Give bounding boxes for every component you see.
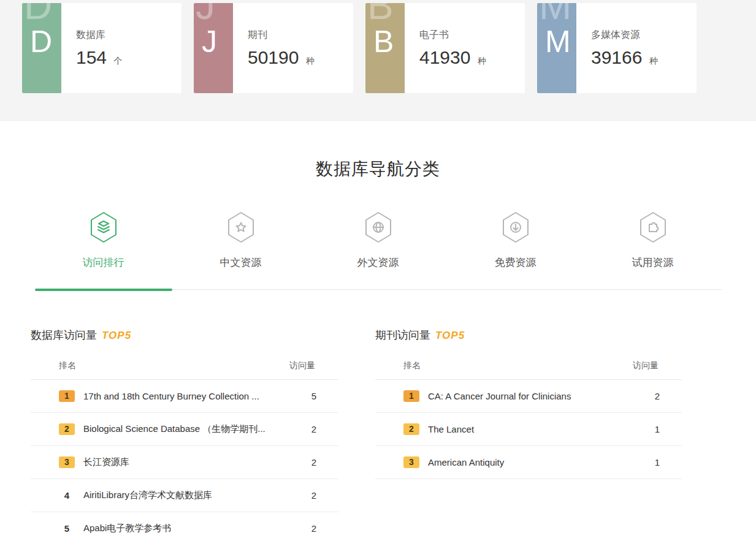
globe-hexagon-icon	[364, 211, 393, 243]
tab-visit-ranking[interactable]: 访问排行	[35, 211, 172, 270]
tab-trial-resources-label: 试用资源	[584, 255, 722, 270]
journal-ranking-title: 期刊访问量	[375, 329, 430, 341]
rank-number: 4	[59, 490, 75, 501]
rankings-section: 数据库访问量TOP5 排名 访问量 1 17th and 18th Centur…	[0, 328, 756, 541]
multimedia-label: 多媒体资源	[591, 29, 658, 42]
table-row[interactable]: 2 Biological Science Database （生物学期刊... …	[31, 413, 338, 446]
visits-header: 访问量	[633, 352, 682, 380]
rank-badge: 1	[59, 390, 75, 402]
ebook-letter: B	[373, 26, 394, 57]
database-unit: 个	[114, 56, 123, 66]
active-tab-indicator	[35, 289, 172, 291]
tabs-underline	[35, 289, 722, 290]
multimedia-unit: 种	[649, 56, 658, 66]
stat-card-journal: J J 期刊 50190 种	[194, 3, 353, 93]
visit-count: 1	[633, 446, 682, 479]
journal-count: 50190	[248, 47, 299, 68]
rank-header: 排名	[31, 352, 83, 380]
multimedia-letter: M	[545, 26, 571, 57]
resource-name-link[interactable]: AiritiLibrary台湾学术文献数据库	[83, 479, 289, 512]
visit-count: 2	[289, 512, 338, 541]
visit-count: 2	[289, 479, 338, 512]
puzzle-hexagon-icon	[638, 211, 668, 243]
visit-count: 5	[289, 380, 338, 413]
rank-badge: 2	[403, 423, 419, 435]
tab-foreign-resources[interactable]: 外文资源	[310, 211, 447, 270]
resource-name-link[interactable]: 长江资源库	[83, 446, 289, 479]
resource-name-link[interactable]: American Antiquity	[428, 446, 633, 479]
rank-badge: 1	[403, 390, 419, 402]
tab-visit-ranking-label: 访问排行	[35, 255, 172, 270]
rank-badge: 3	[403, 456, 419, 468]
category-tabs: 访问排行 中文资源 外文资源 免费资源 试用资源	[35, 211, 722, 270]
table-row[interactable]: 3 长江资源库 2	[31, 446, 338, 479]
journal-label: 期刊	[248, 29, 315, 42]
rank-number: 5	[59, 523, 75, 534]
stats-strip: D D 数据库 154 个 J J 期刊 50190 种 B B	[0, 0, 756, 121]
ebook-unit: 种	[478, 56, 486, 66]
star-hexagon-icon	[226, 211, 256, 243]
database-ghost-letter: D	[24, 3, 52, 25]
database-tile: D D	[22, 3, 61, 93]
database-letter: D	[30, 26, 52, 57]
ebook-tile: B B	[365, 3, 405, 93]
multimedia-ghost-letter: M	[539, 3, 571, 25]
stat-card-database: D D 数据库 154 个	[22, 3, 181, 93]
journal-top5-badge: TOP5	[435, 330, 465, 341]
tab-chinese-resources[interactable]: 中文资源	[172, 211, 310, 270]
resource-name-link[interactable]: The Lancet	[428, 413, 633, 446]
tab-free-resources[interactable]: 免费资源	[447, 211, 584, 270]
database-count: 154	[76, 47, 107, 68]
journal-letter: J	[202, 26, 217, 57]
table-row[interactable]: 2 The Lancet 1	[375, 413, 682, 446]
resource-name-link[interactable]: Apabi电子教学参考书	[83, 512, 289, 541]
tab-foreign-resources-label: 外文资源	[310, 255, 447, 270]
tab-free-resources-label: 免费资源	[447, 255, 584, 270]
journal-ranking-table: 排名 访问量 1 CA: A Cancer Journal for Clinic…	[375, 352, 682, 479]
database-top5-badge: TOP5	[102, 330, 131, 341]
database-ranking-table: 排名 访问量 1 17th and 18th Century Burney Co…	[31, 352, 338, 541]
ebook-ghost-letter: B	[367, 3, 394, 25]
journal-unit: 种	[306, 56, 315, 66]
journal-ghost-letter: J	[196, 3, 215, 25]
ebook-count: 41930	[419, 47, 470, 68]
journal-ranking: 期刊访问量TOP5 排名 访问量 1 CA: A Cancer Journal …	[375, 328, 682, 541]
rank-badge: 3	[59, 456, 75, 468]
visit-count: 2	[289, 413, 338, 446]
table-row[interactable]: 5 Apabi电子教学参考书 2	[31, 512, 338, 541]
resource-name-link[interactable]: Biological Science Database （生物学期刊...	[83, 413, 289, 446]
visits-header: 访问量	[289, 352, 338, 380]
tab-trial-resources[interactable]: 试用资源	[584, 211, 722, 270]
database-ranking: 数据库访问量TOP5 排名 访问量 1 17th and 18th Centur…	[31, 328, 338, 541]
journal-tile: J J	[194, 3, 233, 93]
ebook-label: 电子书	[419, 29, 486, 42]
page-title: 数据库导航分类	[0, 121, 756, 181]
visit-count: 1	[633, 413, 682, 446]
download-hexagon-icon	[501, 211, 530, 243]
multimedia-count: 39166	[591, 47, 642, 68]
rank-badge: 2	[59, 423, 75, 435]
tab-chinese-resources-label: 中文资源	[172, 255, 310, 270]
stat-card-multimedia: M M 多媒体资源 39166 种	[537, 3, 697, 93]
resource-name-link[interactable]: CA: A Cancer Journal for Clinicians	[428, 380, 633, 413]
rank-header: 排名	[375, 352, 428, 380]
table-row[interactable]: 3 American Antiquity 1	[375, 446, 682, 479]
stat-card-ebook: B B 电子书 41930 种	[365, 3, 525, 93]
layers-hexagon-icon	[89, 211, 118, 243]
database-label: 数据库	[76, 29, 123, 42]
database-ranking-title: 数据库访问量	[31, 329, 97, 341]
table-row[interactable]: 1 17th and 18th Century Burney Collectio…	[31, 380, 338, 413]
table-row[interactable]: 4 AiritiLibrary台湾学术文献数据库 2	[31, 479, 338, 512]
visit-count: 2	[633, 380, 682, 413]
visit-count: 2	[289, 446, 338, 479]
multimedia-tile: M M	[537, 3, 576, 93]
table-row[interactable]: 1 CA: A Cancer Journal for Clinicians 2	[375, 380, 682, 413]
resource-name-link[interactable]: 17th and 18th Century Burney Collection …	[83, 380, 289, 413]
